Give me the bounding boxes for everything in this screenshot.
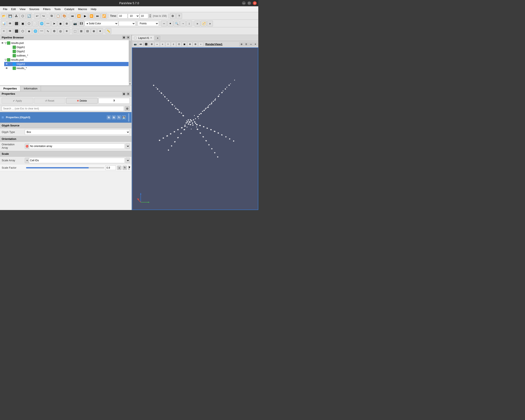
menu-sources[interactable]: Sources	[28, 7, 41, 11]
save-prop-btn[interactable]: 💾	[122, 115, 126, 120]
data-btn[interactable]: 📊	[1, 21, 7, 27]
loop-btn[interactable]: 🔁	[101, 13, 107, 19]
render-more-btn[interactable]: »	[198, 42, 203, 47]
menu-file[interactable]: File	[1, 7, 9, 11]
render-btn-s3[interactable]: ⊞	[193, 42, 198, 47]
scale-array-dropdown[interactable]: ▼	[126, 158, 130, 163]
box-btn[interactable]: ⬛	[13, 28, 19, 34]
minimize-button[interactable]: —	[242, 1, 246, 5]
time-down-btn[interactable]: ▼	[149, 16, 152, 18]
pipeline-item-results-pvd-1[interactable]: 👁 ▽ results.pvd	[0, 41, 129, 45]
scale-factor-reset-btn[interactable]: x	[117, 166, 121, 170]
copy-btn[interactable]: ⧉	[49, 13, 55, 19]
scale-factor-slider[interactable]	[26, 167, 104, 168]
wave-btn[interactable]: 〰	[45, 21, 51, 27]
prop-maximize-btn[interactable]: ⊞	[122, 92, 126, 95]
cam2-btn[interactable]: 🎞	[78, 21, 84, 27]
eye2-btn[interactable]: 👁	[7, 28, 13, 34]
disconnect-btn[interactable]: ⬡	[20, 13, 26, 19]
delete-button[interactable]: ✖ Delete	[66, 98, 98, 104]
search-settings-btn[interactable]: ⚙	[125, 106, 130, 111]
sphere-btn[interactable]: 🌐	[39, 21, 45, 27]
undo-btn[interactable]: ↩	[34, 13, 40, 19]
settings-btn[interactable]: ⚙	[170, 13, 176, 19]
render-viewport[interactable]	[132, 47, 258, 210]
first-frame-btn[interactable]: ⏮	[69, 13, 75, 19]
open-file-btn[interactable]: 📂	[1, 13, 7, 19]
pipeline-item-glyph3[interactable]: 👁 Glyph3	[4, 62, 129, 66]
save-btn[interactable]: 💾	[7, 13, 13, 19]
last-frame-btn[interactable]: ⏭	[95, 13, 101, 19]
time-dropdown[interactable]: 10	[128, 13, 140, 19]
paste-btn[interactable]: 📋	[55, 13, 61, 19]
connect-btn[interactable]: 🖧	[13, 13, 19, 19]
scale-factor-refresh-btn[interactable]: ↻	[123, 166, 127, 170]
cam1-btn[interactable]: 📷	[72, 21, 78, 27]
layout-add-btn[interactable]: +	[155, 36, 160, 40]
box3-btn[interactable]: ◈	[26, 28, 32, 34]
cam4-btn[interactable]: ⊞	[78, 28, 84, 34]
orientation-array-dropdown[interactable]: ▼	[126, 143, 130, 149]
pipeline-item-results-star[interactable]: 👁 results_*	[4, 66, 129, 70]
orient2-btn[interactable]: »	[207, 21, 213, 27]
color2-dropdown[interactable]	[119, 21, 135, 26]
menu-macros[interactable]: Macros	[76, 7, 89, 11]
cam5-btn[interactable]: ⊟	[85, 28, 91, 34]
color-btn[interactable]: 🎨	[61, 13, 67, 19]
render-btn-fit[interactable]: ⊡	[176, 42, 181, 47]
cam6-btn[interactable]: ⊕	[91, 28, 97, 34]
interact1-btn[interactable]: ↔	[161, 21, 167, 27]
star-btn[interactable]: ✳	[64, 28, 70, 34]
render-btn-s2[interactable]: ⊕	[187, 42, 192, 47]
pipeline-item-outlines[interactable]: outlines_*	[4, 54, 129, 58]
cube2-btn[interactable]: ▣	[20, 21, 26, 27]
play-btn[interactable]: ▶	[82, 13, 88, 19]
orient-btn[interactable]: 🧭	[201, 21, 207, 27]
pipeline-close-btn[interactable]: ✕	[126, 36, 130, 39]
time-step-input[interactable]	[140, 13, 148, 19]
lines-btn[interactable]: 〰	[39, 28, 45, 34]
tab-information[interactable]: Information	[20, 86, 41, 91]
menu-tools[interactable]: Tools	[53, 7, 62, 11]
help-button[interactable]: ?	[98, 98, 130, 104]
interact4-btn[interactable]: →	[180, 21, 186, 27]
refresh-btn[interactable]: 🔄	[26, 13, 32, 19]
glyph-type-select[interactable]: Box	[25, 129, 130, 135]
menu-help[interactable]: Help	[89, 7, 98, 11]
cube-btn[interactable]: ⬛	[13, 21, 19, 27]
interact2-btn[interactable]: ✦	[167, 21, 173, 27]
scale-factor-dropdown-btn[interactable]: ▼	[128, 166, 130, 170]
globe-btn[interactable]: 🌐	[32, 28, 38, 34]
render-ctrl-rows[interactable]: ☰	[244, 42, 248, 46]
layout-tab-close[interactable]: ✕	[150, 37, 152, 39]
menu-edit[interactable]: Edit	[9, 7, 18, 11]
ring2-btn[interactable]: ◎	[57, 28, 63, 34]
pipeline-scrollbar[interactable]: ▼	[129, 40, 131, 85]
scale-factor-input[interactable]	[105, 166, 116, 170]
box2-btn[interactable]: ⬡	[20, 28, 26, 34]
smooth-btn[interactable]: ∿	[45, 28, 51, 34]
render-ctrl-col[interactable]: ▭	[249, 42, 253, 46]
render-btn-z[interactable]: Z	[171, 42, 176, 47]
redo-btn[interactable]: ↪	[40, 13, 47, 19]
cam3-btn[interactable]: ⬚	[72, 28, 78, 34]
ruler-btn[interactable]: 📏	[105, 28, 111, 34]
cam7-btn[interactable]: ✦	[97, 28, 103, 34]
search-input[interactable]	[2, 106, 124, 111]
pipeline-item-results-pvd-2[interactable]: ▽ results.pvd	[0, 58, 129, 62]
apply-button[interactable]: ✔ Apply	[2, 98, 33, 104]
prop-close-btn[interactable]: ✕	[126, 92, 130, 95]
reload-btn[interactable]: ↻	[117, 115, 121, 120]
render-ctrl-grid[interactable]: ⊞	[239, 42, 244, 46]
render-btn-s[interactable]: ▣	[182, 42, 187, 47]
render-btn-y[interactable]: Y	[166, 42, 170, 47]
tab-properties[interactable]: Properties	[0, 86, 20, 91]
maximize-button[interactable]: ☐	[247, 1, 251, 5]
representation-dropdown[interactable]: Points	[138, 21, 159, 26]
menu-filters[interactable]: Filters	[41, 7, 52, 11]
prev-frame-btn[interactable]: ⏪	[76, 13, 82, 19]
cube3-btn[interactable]: ⬡	[26, 21, 32, 27]
copy-down-btn[interactable]: ⧉	[107, 115, 111, 120]
ring-btn[interactable]: ⊕	[64, 21, 70, 27]
time-input[interactable]	[118, 13, 127, 19]
